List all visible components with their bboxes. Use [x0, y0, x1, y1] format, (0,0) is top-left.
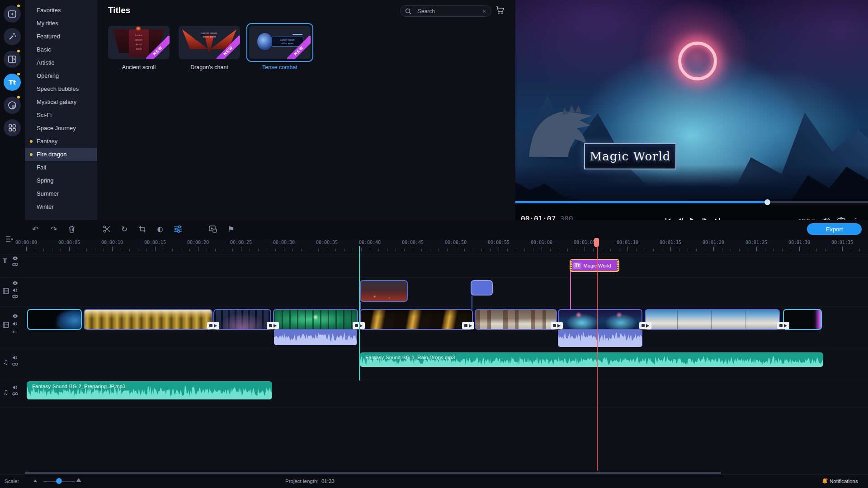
category-item-fire-dragon[interactable]: Fire dragon: [25, 148, 97, 161]
linked-audio-waveform[interactable]: [558, 330, 642, 347]
preview-seekbar[interactable]: [515, 201, 868, 203]
video-clip-7[interactable]: [558, 309, 642, 330]
overlay-clip-blue[interactable]: [471, 280, 493, 296]
category-item-spring[interactable]: Spring: [25, 174, 97, 187]
linked-audio-waveform[interactable]: [274, 330, 357, 345]
title-clip-magic-world[interactable]: Tt Magic World: [570, 259, 619, 272]
notification-dot: [17, 5, 20, 7]
ruler-tick: [593, 249, 594, 251]
audio-clip-preparing[interactable]: Fantasy-Sound-BG-2_Preparing-JP.mp3: [27, 381, 272, 399]
category-item-opening[interactable]: Opening: [25, 69, 97, 82]
video-clip-3[interactable]: [213, 309, 271, 330]
ruler-tick: [224, 249, 224, 251]
video-clip-8[interactable]: [645, 309, 780, 330]
transition-badge[interactable]: [207, 322, 219, 329]
ruler-timestamp: 00:01:00: [531, 240, 552, 245]
marker-flag-button[interactable]: ⚑: [226, 225, 236, 234]
category-item-favorites[interactable]: Favorites: [25, 4, 97, 17]
video-clip-6[interactable]: [475, 309, 557, 330]
ruler-tick: [490, 249, 491, 251]
export-button[interactable]: Export: [807, 223, 862, 235]
category-item-mystical-galaxy[interactable]: Mystical galaxy: [25, 95, 97, 108]
category-item-space-journey[interactable]: Space Journey: [25, 122, 97, 135]
video-track-mute-icon[interactable]: [12, 321, 18, 326]
audio-track-2-unlink-icon[interactable]: [12, 392, 18, 396]
playhead-handle[interactable]: [594, 238, 599, 247]
redo-button[interactable]: ↷: [49, 225, 58, 234]
video-track-return-icon[interactable]: ←: [12, 328, 17, 335]
category-item-my-titles[interactable]: My titles: [25, 17, 97, 30]
overlay-track-link-icon[interactable]: [12, 295, 18, 298]
delete-button[interactable]: [67, 225, 76, 234]
zoom-out-icon[interactable]: [33, 479, 37, 482]
ruler-tick: [456, 247, 456, 251]
crop-button[interactable]: [138, 225, 147, 234]
ruler-tick: [670, 247, 671, 251]
audio-track-1-mute-icon[interactable]: [12, 355, 18, 360]
sidebar-item-titles[interactable]: Tt: [4, 74, 21, 91]
ruler-tick: [705, 249, 705, 251]
stickers-icon: [8, 101, 16, 109]
phoenix-body-art: [205, 36, 214, 55]
category-item-sci-fi[interactable]: Sci-Fi: [25, 108, 97, 122]
search-input[interactable]: Search ×: [400, 5, 491, 17]
audio-clip-rain-drops[interactable]: Fantasy-Sound-BG-1_Rain Drops.mp3: [360, 352, 823, 367]
zoom-in-icon[interactable]: [76, 478, 81, 482]
transition-badge[interactable]: [639, 322, 651, 329]
category-item-artistic[interactable]: Artistic: [25, 56, 97, 69]
timeline-menu-icon[interactable]: [5, 235, 14, 243]
category-item-winter[interactable]: Winter: [25, 200, 97, 213]
notifications-label[interactable]: Notifications: [830, 479, 858, 484]
sidebar-item-stickers[interactable]: [4, 97, 21, 114]
split-scissors-button[interactable]: [102, 225, 111, 234]
category-item-summer[interactable]: Summer: [25, 187, 97, 200]
overlay-clip-ember[interactable]: [360, 280, 408, 302]
undo-button[interactable]: ↶: [31, 225, 40, 234]
trim-handle-right[interactable]: [617, 260, 618, 271]
video-clip-5[interactable]: [360, 309, 473, 330]
transition-badge[interactable]: [462, 322, 474, 329]
sidebar-item-transitions[interactable]: [4, 51, 21, 68]
transition-badge[interactable]: [777, 322, 789, 329]
sidebar-item-import[interactable]: [4, 5, 21, 23]
transition-badge[interactable]: [551, 322, 563, 329]
category-item-speech-bubbles[interactable]: Speech bubbles: [25, 82, 97, 95]
audio-track-1-link-icon[interactable]: [12, 362, 18, 366]
title-card-ancient-scroll[interactable]: Lorem ipsum dolor amet NEW: [108, 26, 170, 59]
category-item-fantasy[interactable]: Fantasy: [25, 135, 97, 148]
banner-line-art: [292, 34, 302, 35]
audio-track-2-mute-icon[interactable]: [12, 385, 18, 390]
color-adjustments-button[interactable]: ◐: [156, 225, 165, 234]
title-card-tense-combat[interactable]: Lorem ipsum dolor amet NEW: [249, 26, 311, 59]
ruler-tick: [104, 249, 104, 251]
trim-handle-left[interactable]: [571, 260, 572, 271]
video-track-visibility-icon[interactable]: [12, 314, 18, 318]
title-track-visibility-icon[interactable]: [12, 256, 18, 260]
video-clip-2[interactable]: [84, 309, 212, 330]
video-clip-4[interactable]: [273, 309, 358, 330]
sidebar-item-more-tools[interactable]: [4, 119, 21, 136]
scale-slider-handle[interactable]: [56, 478, 62, 484]
video-clip-1[interactable]: [27, 309, 82, 330]
overlay-button[interactable]: [208, 225, 217, 234]
category-item-fall[interactable]: Fall: [25, 161, 97, 174]
waveform-graphic: [558, 330, 642, 347]
overlay-track-mute-icon[interactable]: [12, 288, 18, 293]
timeline-horizontal-scrollbar[interactable]: [25, 472, 721, 474]
rotate-button[interactable]: ↻: [120, 225, 129, 234]
seekbar-handle[interactable]: [764, 199, 770, 205]
title-track-link-icon[interactable]: [12, 263, 18, 266]
store-cart-icon[interactable]: [495, 6, 505, 14]
clip-properties-button[interactable]: [173, 225, 182, 234]
category-item-basic[interactable]: Basic: [25, 43, 97, 56]
category-item-featured[interactable]: Featured: [25, 30, 97, 43]
title-card-dragons-chant[interactable]: Lorem ipsumdolor amet NEW: [179, 26, 240, 59]
clear-search-icon[interactable]: ×: [482, 8, 486, 14]
sidebar-item-filters[interactable]: [4, 28, 21, 45]
ruler-tick: [516, 249, 516, 251]
transition-badge[interactable]: [267, 322, 279, 329]
overlay-track-visibility-icon[interactable]: [12, 281, 18, 285]
preview-title-overlay[interactable]: Magic World: [584, 143, 676, 169]
notifications-bell-icon[interactable]: [822, 478, 828, 484]
notification-dot: [17, 73, 20, 75]
